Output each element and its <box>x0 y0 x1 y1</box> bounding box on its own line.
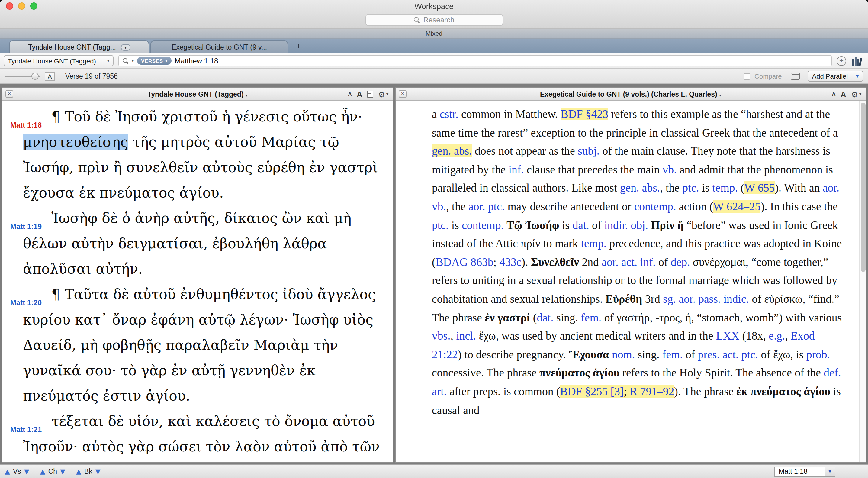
resource-selector-dropdown[interactable]: Tyndale House GNT (Tagged) ▾ <box>4 55 114 66</box>
search-input[interactable]: Matthew 1.18 <box>175 57 218 65</box>
add-tab-zone-button[interactable]: + <box>837 56 846 66</box>
chevron-down-icon: ▾ <box>165 59 167 63</box>
increase-font-button[interactable]: A <box>840 90 846 98</box>
gear-icon[interactable]: ⚙▾ <box>851 90 861 99</box>
commentary-link[interactable]: vb. <box>663 163 677 176</box>
verse-ref[interactable]: Matt 1:20 <box>10 290 42 316</box>
search-scope-pill[interactable]: VERSES ▾ <box>137 57 172 65</box>
next-chapter-button[interactable]: ▼ <box>60 468 65 475</box>
commentary-link[interactable]: aor. ptc. <box>468 200 505 213</box>
commentary-link[interactable]: e.g. <box>769 329 785 342</box>
greek-text[interactable]: τέξεται δὲ υἱόν, καὶ καλέσεις τὸ ὄνομα α… <box>23 413 380 462</box>
greek-text[interactable]: ¶ Ταῦτα δὲ αὐτοῦ ἐνθυμηθέντος ἰδοὺ ἄγγελ… <box>23 287 376 404</box>
commentary-link[interactable]: 433c <box>499 256 521 268</box>
commentary-link[interactable]: W 624–25 <box>713 200 761 213</box>
commentary-segment: common in Matthew. <box>459 108 561 120</box>
greek-text[interactable]: ¶ Τοῦ δὲ Ἰησοῦ χριστοῦ ἡ γένεσις οὕτως ἦ… <box>51 109 362 124</box>
bible-pane-title[interactable]: Tyndale House GNT (Tagged) ▾ <box>2 90 393 98</box>
tab-exegetical-guide[interactable]: Exegetical Guide to GNT (9 v... <box>150 40 288 53</box>
text-size-slider[interactable] <box>5 72 40 80</box>
commentary-link[interactable]: fem. <box>662 348 683 360</box>
commentary-link[interactable]: dep. <box>671 256 690 268</box>
parallel-pane-icon[interactable] <box>791 72 800 80</box>
commentary-link[interactable]: LXX <box>716 329 739 342</box>
commentary-link[interactable]: ptc. <box>682 182 699 194</box>
commentary-link[interactable]: subj. <box>578 144 599 157</box>
next-verse-button[interactable]: ▼ <box>24 468 29 475</box>
commentary-link[interactable]: cstr. <box>440 108 459 120</box>
commentary-scroll-area: a cstr. common in Matthew. BDF §423 refe… <box>396 101 866 462</box>
goto-verse-input[interactable]: Matt 1:18 <box>774 466 825 477</box>
commentary-link[interactable]: nom. <box>612 348 635 360</box>
commentary-link[interactable]: W 655 <box>744 182 775 194</box>
close-pane-button[interactable]: × <box>399 90 406 98</box>
text-size-button[interactable]: A <box>45 71 55 81</box>
increase-font-button[interactable]: A <box>357 90 363 98</box>
commentary-link[interactable]: pres. act. ptc. <box>698 348 758 360</box>
library-icon[interactable] <box>852 56 863 66</box>
commentary-link[interactable]: fem. <box>581 311 601 324</box>
close-pane-button[interactable]: × <box>5 90 13 98</box>
commentary-segment: , <box>451 329 456 342</box>
commentary-segment: , the <box>660 182 682 194</box>
tab-tyndale-gnt[interactable]: Tyndale House GNT (Tagg... ▾ <box>9 40 149 53</box>
commentary-link[interactable]: gen. abs. <box>432 144 472 157</box>
research-search-field[interactable]: Research <box>365 14 503 26</box>
goto-verse-dropdown-button[interactable]: ▼ <box>825 466 835 477</box>
pane-title-text: Exegetical Guide to GNT (9 vols.) (Charl… <box>540 90 717 98</box>
commentary-link[interactable]: dat. <box>572 218 589 231</box>
previous-verse-button[interactable]: ▲ <box>5 468 10 475</box>
verse-ref[interactable]: Matt 1:18 <box>10 112 42 138</box>
next-book-button[interactable]: ▼ <box>95 468 100 475</box>
scrollbar-thumb[interactable] <box>861 103 865 272</box>
commentary-link[interactable]: indir. obj. <box>604 218 648 231</box>
chevron-down-icon: ▾ <box>107 58 109 63</box>
commentary-link[interactable]: temp. <box>712 182 738 194</box>
commentary-link[interactable]: gen. abs. <box>620 182 660 194</box>
add-tab-button[interactable]: + <box>296 40 302 52</box>
verse-counter: Verse 19 of 7956 <box>65 72 118 80</box>
previous-book-button[interactable]: ▲ <box>76 468 81 475</box>
commentary-link[interactable]: temp. <box>581 237 607 249</box>
decrease-font-button[interactable]: A <box>832 92 836 97</box>
search-icon[interactable] <box>123 58 129 64</box>
chevron-down-icon: ▼ <box>856 74 859 79</box>
commentary-link[interactable]: contemp. <box>462 218 504 231</box>
commentary-link[interactable]: prob. <box>806 348 830 360</box>
greek-text[interactable]: Ἰωσὴφ δὲ ὁ ἀνὴρ αὐτῆς, δίκαιος ὢν καὶ μὴ… <box>23 210 351 277</box>
add-parallel-button[interactable]: Add Parallel ▼ <box>808 71 863 82</box>
commentary-link[interactable]: inf. <box>508 163 524 176</box>
commentary-link[interactable]: aor. act. inf. <box>601 256 655 268</box>
verse: Matt 1:18¶ Τοῦ δὲ Ἰησοῦ χριστοῦ ἡ γένεσι… <box>10 104 385 206</box>
commentary-segment: ( <box>530 311 537 324</box>
decrease-font-button[interactable]: A <box>348 92 352 97</box>
verse-ref[interactable]: Matt 1:21 <box>10 417 42 442</box>
commentary-link[interactable]: BDF §423 <box>561 108 608 120</box>
toolbar-right-controls: + <box>837 56 864 66</box>
commentary-segment: Τῷ Ἰωσήφ <box>506 218 559 231</box>
compare-checkbox[interactable] <box>744 73 750 80</box>
commentary-link[interactable]: contemp. <box>634 200 676 213</box>
commentary-link[interactable]: R 791–92 <box>630 385 674 398</box>
search-options-chevron-icon[interactable]: ▾ <box>132 58 134 63</box>
slider-thumb[interactable] <box>31 72 39 80</box>
commentary-link[interactable]: incl. <box>456 329 476 342</box>
commentary-link[interactable]: vbs. <box>432 329 451 342</box>
verse-search-field[interactable]: ▾ VERSES ▾ Matthew 1.18 <box>118 55 832 66</box>
display-settings-icon[interactable] <box>367 91 373 98</box>
commentary-link[interactable]: BDAG 863b <box>436 256 494 268</box>
tab-chevron-down-icon[interactable]: ▾ <box>121 44 130 51</box>
gear-icon[interactable]: ⚙▾ <box>378 90 389 99</box>
commentary-link[interactable]: dat. <box>537 311 553 324</box>
previous-chapter-button[interactable]: ▲ <box>40 468 45 475</box>
commentary-link[interactable]: ptc. <box>432 218 448 231</box>
commentary-link[interactable]: BDF §255 [3] <box>560 385 624 398</box>
commentary-link[interactable]: sg. aor. pass. indic. <box>663 293 749 305</box>
chevron-down-icon: ▾ <box>719 93 721 98</box>
verse-nav-label: Vs <box>13 468 21 475</box>
commentary-segment <box>648 218 651 231</box>
commentary-pane-title[interactable]: Exegetical Guide to GNT (9 vols.) (Charl… <box>396 90 866 98</box>
verse-ref[interactable]: Matt 1:19 <box>10 214 42 239</box>
book-nav-group: ▲ Bk ▼ <box>76 468 100 475</box>
scrollbar[interactable] <box>859 101 866 462</box>
